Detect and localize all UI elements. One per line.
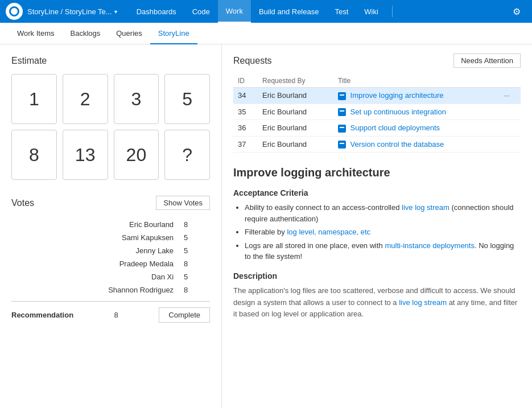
show-votes-button[interactable]: Show Votes bbox=[156, 196, 210, 210]
request-title: Support cloud deployments bbox=[333, 120, 499, 137]
description-link[interactable]: live log stream bbox=[399, 298, 447, 307]
top-nav: StoryLine / StoryLine Te... ▾ Dashboards… bbox=[0, 0, 532, 23]
acceptance-criteria-list: Ability to easily connect to an access-c… bbox=[245, 202, 521, 262]
request-by: Eric Bourland bbox=[258, 120, 333, 137]
acceptance-criteria-title: Acceptance Criteria bbox=[233, 188, 521, 197]
request-title-link[interactable]: Support cloud deployments bbox=[350, 123, 440, 132]
estimate-card-8[interactable]: 8 bbox=[11, 130, 57, 180]
task-icon bbox=[338, 125, 346, 133]
more-actions bbox=[499, 104, 521, 120]
vote-value: 5 bbox=[177, 270, 210, 283]
task-icon bbox=[338, 141, 346, 149]
recommendation-label: Recommendation bbox=[11, 311, 73, 319]
request-row[interactable]: 35 Eric Bourland Set up continuous integ… bbox=[233, 104, 521, 120]
request-row[interactable]: 36 Eric Bourland Support cloud deploymen… bbox=[233, 120, 521, 137]
nav-wiki[interactable]: Wiki bbox=[356, 0, 386, 23]
request-id: 35 bbox=[233, 104, 258, 120]
estimate-card-2[interactable]: 2 bbox=[63, 74, 108, 124]
criterion-1: Ability to easily connect to an access-c… bbox=[245, 202, 521, 224]
request-title-link[interactable]: Set up continuous integration bbox=[350, 108, 446, 116]
estimate-card-1[interactable]: 1 bbox=[11, 74, 57, 124]
request-by: Eric Bourland bbox=[258, 88, 333, 104]
nav-work[interactable]: Work bbox=[218, 0, 251, 23]
settings-icon[interactable]: ⚙ bbox=[507, 6, 526, 17]
request-id: 34 bbox=[233, 88, 258, 104]
estimate-card-3[interactable]: 3 bbox=[114, 74, 159, 124]
story-title: Improve logging architecture bbox=[233, 166, 521, 179]
request-id: 36 bbox=[233, 120, 258, 137]
nav-build-release[interactable]: Build and Release bbox=[251, 0, 327, 23]
vote-value: 8 bbox=[177, 283, 210, 296]
complete-button[interactable]: Complete bbox=[159, 307, 210, 323]
vote-row: Dan Xi 5 bbox=[11, 270, 210, 283]
more-actions bbox=[499, 136, 521, 153]
subnav-backlogs[interactable]: Backlogs bbox=[63, 23, 109, 44]
vote-row: Sami Kapuksen 5 bbox=[11, 231, 210, 244]
nav-code[interactable]: Code bbox=[184, 0, 218, 23]
description-title: Description bbox=[233, 271, 521, 281]
nav-divider bbox=[392, 6, 393, 17]
needs-attention-button[interactable]: Needs Attention bbox=[453, 53, 521, 68]
votes-header: Votes Show Votes bbox=[11, 196, 210, 210]
nav-dashboards[interactable]: Dashboards bbox=[129, 0, 184, 23]
more-icon: ··· bbox=[504, 91, 510, 100]
vote-row: Pradeep Medala 8 bbox=[11, 257, 210, 270]
estimate-card-20[interactable]: 20 bbox=[114, 130, 159, 180]
vote-value: 8 bbox=[177, 218, 210, 231]
col-id: ID bbox=[233, 75, 258, 88]
subnav-queries[interactable]: Queries bbox=[108, 23, 150, 44]
col-requested-by: Requested By bbox=[258, 75, 333, 88]
estimate-section: Estimate 1 2 3 5 8 13 20 ? bbox=[11, 56, 210, 180]
voter-name: Sami Kapuksen bbox=[11, 231, 177, 244]
estimate-card-5[interactable]: 5 bbox=[164, 74, 210, 124]
nav-test[interactable]: Test bbox=[327, 0, 356, 23]
votes-table: Eric Bourland 8 Sami Kapuksen 5 Jenny La… bbox=[11, 218, 210, 296]
criterion-link-2[interactable]: log level, namespace, etc bbox=[287, 228, 370, 236]
request-title-link[interactable]: Version control the database bbox=[350, 140, 444, 149]
col-title: Title bbox=[333, 75, 499, 88]
voter-name: Dan Xi bbox=[11, 270, 177, 283]
requests-header: Requests Needs Attention bbox=[233, 53, 521, 68]
criterion-3: Logs are all stored in one place, even w… bbox=[245, 240, 521, 262]
requests-title: Requests bbox=[233, 56, 272, 66]
description-body: The application's log files are too scat… bbox=[233, 285, 521, 320]
request-by: Eric Bourland bbox=[258, 136, 333, 153]
request-title: Improve logging architecture bbox=[333, 88, 499, 104]
estimate-card-question[interactable]: ? bbox=[164, 130, 210, 180]
request-id: 37 bbox=[233, 136, 258, 153]
project-chevron-icon[interactable]: ▾ bbox=[114, 9, 117, 15]
main-content: Estimate 1 2 3 5 8 13 20 ? Votes Show Vo… bbox=[0, 44, 532, 408]
vote-row: Eric Bourland 8 bbox=[11, 218, 210, 231]
requests-header-row: ID Requested By Title bbox=[233, 75, 521, 88]
request-title: Version control the database bbox=[333, 136, 499, 153]
voter-name: Eric Bourland bbox=[11, 218, 177, 231]
request-title: Set up continuous integration bbox=[333, 104, 499, 120]
story-detail: Improve logging architecture Acceptance … bbox=[233, 166, 521, 320]
requests-table: ID Requested By Title 34 Eric Bourland I… bbox=[233, 75, 521, 153]
task-icon bbox=[338, 92, 346, 100]
estimate-grid: 1 2 3 5 8 13 20 ? bbox=[11, 74, 210, 180]
voter-name: Jenny Lake bbox=[11, 244, 177, 257]
voter-name: Shannon Rodriguez bbox=[11, 283, 177, 296]
request-by: Eric Bourland bbox=[258, 104, 333, 120]
recommendation-row: Recommendation 8 Complete bbox=[11, 301, 210, 323]
sub-nav: Work Items Backlogs Queries StoryLine bbox=[0, 23, 532, 44]
app-logo[interactable] bbox=[6, 3, 23, 20]
estimate-card-13[interactable]: 13 bbox=[63, 130, 108, 180]
more-actions bbox=[499, 120, 521, 137]
subnav-work-items[interactable]: Work Items bbox=[9, 23, 63, 44]
criterion-link-3[interactable]: multi-instance deployments bbox=[385, 241, 475, 250]
votes-section: Votes Show Votes Eric Bourland 8 Sami Ka… bbox=[11, 196, 210, 323]
request-title-link[interactable]: Improve logging architecture bbox=[350, 91, 444, 100]
request-row[interactable]: 34 Eric Bourland Improve logging archite… bbox=[233, 88, 521, 104]
vote-value: 5 bbox=[177, 231, 210, 244]
request-row[interactable]: 37 Eric Bourland Version control the dat… bbox=[233, 136, 521, 153]
subnav-storyline[interactable]: StoryLine bbox=[150, 23, 197, 44]
task-icon bbox=[338, 108, 346, 116]
project-name[interactable]: StoryLine / StoryLine Te... bbox=[27, 7, 112, 16]
recommendation-value: 8 bbox=[114, 311, 118, 319]
criterion-link-1[interactable]: live log stream bbox=[402, 203, 449, 212]
right-panel: Requests Needs Attention ID Requested By… bbox=[222, 44, 532, 408]
more-actions[interactable]: ··· bbox=[499, 88, 521, 104]
col-actions bbox=[499, 75, 521, 88]
